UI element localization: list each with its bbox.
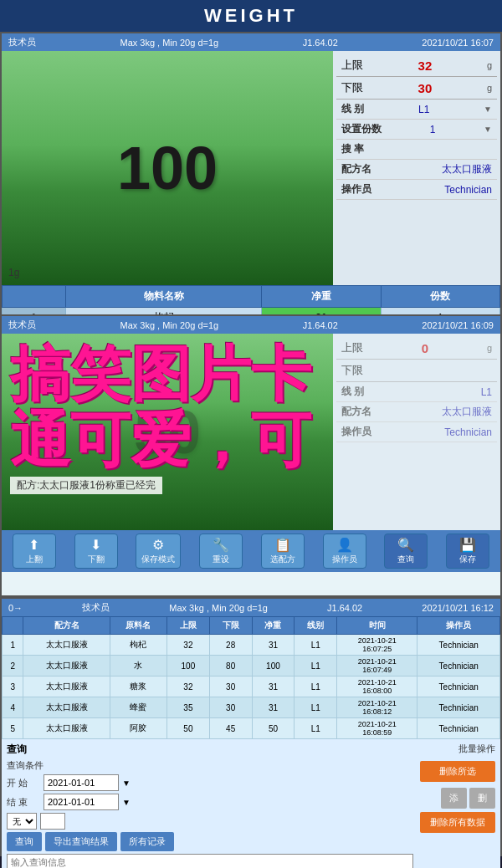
panel3-datetime: 2021/10/21 16:12 bbox=[422, 603, 494, 613]
p3-weight: 31 bbox=[252, 677, 295, 697]
p3-row-id: 2 bbox=[3, 656, 23, 677]
formula-value: 太太口服液 bbox=[442, 162, 492, 176]
operator-label: 操作员 bbox=[341, 182, 371, 197]
panel-1: 技术员 Max 3kg , Min 20g d=1g J1.64.02 2021… bbox=[0, 32, 502, 314]
p3-weight: 50 bbox=[252, 718, 295, 739]
table-row: 2 太太口服液 水 100 80 100 L1 2021-10-21 16:07… bbox=[3, 656, 500, 677]
title-bar: WEIGHT bbox=[0, 0, 502, 32]
panel3-table: 配方名 原料名 上限 下限 净重 线别 时间 操作员 1 太太口服液 枸杞 32… bbox=[2, 616, 500, 739]
p3-col-upper: 上限 bbox=[167, 617, 210, 635]
p3-upper: 32 bbox=[167, 635, 210, 656]
delete-selected-btn[interactable]: 删除所选 bbox=[420, 761, 495, 782]
filter-select[interactable]: 无 bbox=[7, 813, 37, 830]
p3-col-lower: 下限 bbox=[209, 617, 252, 635]
p3-col-line: 线别 bbox=[295, 617, 337, 635]
p3-col-num bbox=[3, 617, 23, 635]
table-row: 1 太太口服液 枸杞 32 28 31 L1 2021-10-21 16:07:… bbox=[3, 635, 500, 656]
panel-2: 技术员 Max 3kg , Min 20g d=1g J1.64.02 2021… bbox=[0, 314, 502, 597]
p3-material: 蜂蜜 bbox=[110, 697, 166, 718]
p2-upper-val: 0 bbox=[422, 341, 428, 355]
query-conditions-row: 查询条件 bbox=[7, 759, 413, 772]
batch-operations: 批量操作 删除所选 添 删 删除所有数据 bbox=[420, 743, 495, 868]
p3-upper: 100 bbox=[167, 656, 210, 677]
p3-operator: Technician bbox=[417, 697, 500, 718]
delete-btn[interactable]: 删 bbox=[469, 788, 495, 809]
rate-label: 搜 率 bbox=[341, 142, 364, 156]
p2-up-icon: ⬆ bbox=[28, 537, 39, 553]
p2-btn-operator[interactable]: 👤 操作员 bbox=[323, 534, 366, 569]
p3-formula: 太太口服液 bbox=[23, 697, 110, 718]
col-header-num bbox=[3, 286, 66, 308]
panel1-scale-info: Max 3kg , Min 20g d=1g bbox=[120, 38, 218, 48]
p3-row-id: 3 bbox=[3, 677, 23, 697]
scale-value: 100 bbox=[117, 134, 218, 202]
p2-btn-query[interactable]: 🔍 查询 bbox=[384, 534, 428, 569]
date-dropdown-icon: ▼ bbox=[122, 779, 131, 788]
end-date-row: 结 束 ▼ bbox=[7, 794, 413, 810]
p2-btn-formula[interactable]: 📋 选配方 bbox=[261, 534, 305, 569]
p3-operator: Technician bbox=[417, 656, 500, 677]
p2-btn-down[interactable]: ⬇ 下翻 bbox=[74, 534, 118, 569]
all-records-btn[interactable]: 所有记录 bbox=[120, 832, 174, 851]
p3-col-material: 原料名 bbox=[110, 617, 166, 635]
p2-operator-icon: 👤 bbox=[336, 537, 353, 553]
start-date-input[interactable] bbox=[44, 774, 119, 791]
table-row: 4 太太口服液 蜂蜜 35 30 31 L1 2021-10-21 16:08:… bbox=[3, 697, 500, 718]
p3-line: L1 bbox=[295, 677, 337, 697]
p3-time: 2021-10-21 16:08:00 bbox=[337, 677, 417, 697]
p3-lower: 30 bbox=[209, 677, 252, 697]
query-execute-btn[interactable]: 查询 bbox=[7, 832, 42, 851]
p2-save-mode-icon: ⚙ bbox=[152, 537, 164, 553]
p2-save-icon: 💾 bbox=[459, 537, 476, 553]
filter-value-input[interactable] bbox=[40, 813, 65, 830]
upper-limit-label: 上限 bbox=[341, 58, 363, 73]
p3-line: L1 bbox=[295, 656, 337, 677]
empty-row: 无 bbox=[7, 813, 413, 830]
search-text-input[interactable] bbox=[7, 854, 413, 868]
p2-btn-up[interactable]: ⬆ 上翻 bbox=[13, 534, 56, 569]
p3-weight: 31 bbox=[252, 635, 295, 656]
p3-col-time: 时间 bbox=[337, 617, 417, 635]
panel2-user: 技术员 bbox=[8, 319, 36, 331]
end-date-input[interactable] bbox=[44, 794, 119, 810]
p2-lower: 下限 bbox=[336, 360, 497, 382]
portions-value: 1 bbox=[430, 124, 436, 135]
panel2-scale-value: 50 bbox=[134, 398, 201, 467]
query-area: 查询 查询条件 开 始 ▼ 结 束 ▼ 无 查询 bbox=[2, 739, 500, 868]
p3-time: 2021-10-21 16:07:49 bbox=[337, 656, 417, 677]
panel2-right: 上限 0 g 下限 线 别 L1 配方名 太太口服液 操作员 Technicia… bbox=[333, 334, 500, 530]
panel3-arrow: 0→ bbox=[8, 603, 23, 613]
p2-btn-reset[interactable]: 🔧 重设 bbox=[199, 534, 243, 569]
panel1-user: 技术员 bbox=[8, 36, 36, 49]
col-header-name: 物料名称 bbox=[65, 286, 262, 308]
p2-lower-label: 下限 bbox=[341, 363, 363, 378]
query-label-row: 查询 bbox=[7, 743, 413, 757]
delete-all-btn[interactable]: 删除所有数据 bbox=[420, 812, 495, 833]
p3-col-operator: 操作员 bbox=[417, 617, 500, 635]
p3-operator: Technician bbox=[417, 635, 500, 656]
scale-display: 100 1g bbox=[2, 51, 333, 285]
p3-operator: Technician bbox=[417, 677, 500, 697]
query-main-label: 查询 bbox=[7, 743, 27, 757]
p2-reset-icon: 🔧 bbox=[213, 537, 229, 553]
rate-row: 搜 率 bbox=[336, 140, 497, 160]
panel3-scale-info: Max 3kg , Min 20g d=1g bbox=[169, 603, 268, 613]
p2-btn-save-mode[interactable]: ⚙ 保存模式 bbox=[136, 534, 181, 569]
export-btn[interactable]: 导出查询结果 bbox=[45, 832, 117, 851]
p3-formula: 太太口服液 bbox=[23, 677, 110, 697]
operator-row: 操作员 Technician bbox=[336, 180, 497, 200]
portions-row: 设置份数 1 ▼ bbox=[336, 120, 497, 140]
line-label: 线 别 bbox=[341, 102, 364, 116]
p3-line: L1 bbox=[295, 697, 337, 718]
conditions-label: 查询条件 bbox=[7, 759, 44, 772]
p3-weight: 100 bbox=[252, 656, 295, 677]
p3-material: 阿胶 bbox=[110, 718, 166, 739]
p2-line: 线 别 L1 bbox=[336, 382, 497, 402]
p2-down-icon: ⬇ bbox=[90, 537, 101, 553]
p3-weight: 31 bbox=[252, 697, 295, 718]
p3-lower: 45 bbox=[209, 718, 252, 739]
add-btn[interactable]: 添 bbox=[441, 788, 467, 809]
p3-material: 水 bbox=[110, 656, 166, 677]
p2-btn-save[interactable]: 💾 保存 bbox=[446, 534, 489, 569]
p3-formula: 太太口服液 bbox=[23, 656, 110, 677]
